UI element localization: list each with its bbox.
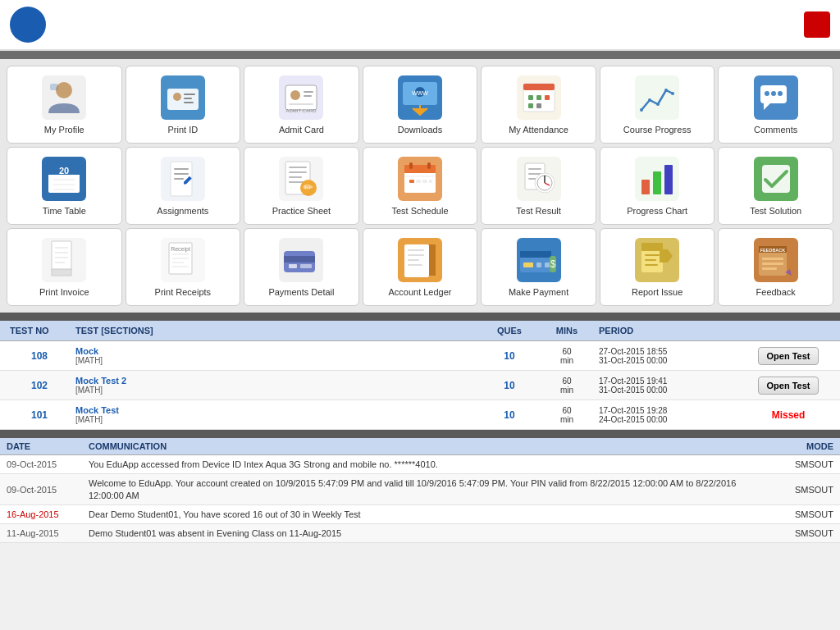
open-test-button[interactable]: Open Test [758, 347, 819, 365]
svg-point-5 [173, 93, 181, 101]
payments-detail-label: Payments Detail [268, 287, 334, 298]
col-action [743, 324, 833, 337]
report-issue-label: Report Issue [632, 287, 682, 298]
svg-rect-83 [664, 165, 673, 194]
icon-print-id[interactable]: Print ID [126, 66, 241, 144]
svg-point-1 [56, 82, 72, 98]
icon-my-attendance[interactable]: My Attendance [481, 66, 596, 144]
power-button[interactable] [804, 11, 830, 38]
svg-text:FEEDBACK: FEEDBACK [760, 248, 785, 253]
icon-test-solution[interactable]: Test Solution [718, 147, 833, 225]
svg-rect-14 [289, 103, 313, 105]
logo-icon [10, 7, 46, 43]
svg-rect-51 [174, 173, 189, 175]
icon-time-table[interactable]: 20Time Table [7, 147, 122, 225]
test-ques: 10 [481, 408, 538, 422]
svg-rect-25 [536, 95, 541, 100]
svg-rect-65 [427, 162, 431, 169]
icon-make-payment[interactable]: $Make Payment [481, 228, 596, 306]
test-name: Mock Test 2[MATH] [72, 374, 481, 396]
icon-practice-sheet[interactable]: ✏Practice Sheet [244, 147, 359, 225]
icon-comments[interactable]: Comments [718, 66, 833, 144]
svg-point-30 [640, 108, 643, 112]
svg-rect-109 [408, 259, 419, 261]
svg-rect-7 [184, 98, 192, 99]
svg-rect-24 [528, 95, 533, 100]
svg-rect-6 [184, 94, 195, 95]
notif-mode: SMSOUT [760, 509, 833, 519]
icon-my-profile[interactable]: My Profile [7, 66, 122, 144]
admit-card-label: Admit Card [279, 125, 324, 135]
svg-rect-87 [52, 241, 71, 271]
icon-downloads[interactable]: wwwDownloads [363, 66, 478, 144]
col-mode: MODE [760, 441, 833, 451]
account-ledger-label: Account Ledger [388, 287, 451, 298]
svg-rect-88 [52, 269, 71, 276]
svg-rect-123 [645, 259, 656, 261]
my-profile-label: My Profile [44, 125, 84, 135]
icon-print-receipts[interactable]: ReceiptPrint Receipts [126, 228, 241, 306]
icon-course-progress[interactable]: Course Progress [600, 66, 715, 144]
notif-date: 09-Oct-2015 [7, 459, 89, 469]
practice-sheet-label: Practice Sheet [272, 206, 331, 217]
svg-rect-124 [645, 264, 658, 266]
svg-rect-4 [167, 89, 199, 110]
svg-rect-10 [285, 85, 317, 110]
notifications-column-headers: DATE COMMUNICATION MODE [0, 438, 840, 455]
svg-rect-57 [289, 176, 302, 178]
svg-text:ADMIT CARD: ADMIT CARD [286, 108, 317, 113]
test-result-label: Test Result [516, 206, 560, 217]
test-action: Missed [743, 408, 833, 422]
notif-date: 11-Aug-2015 [7, 528, 89, 538]
icon-account-ledger[interactable]: Account Ledger [363, 228, 478, 306]
svg-rect-12 [304, 91, 313, 93]
downloads-icon: www [398, 75, 442, 120]
svg-rect-104 [300, 264, 312, 268]
svg-point-31 [648, 98, 651, 102]
report-issue-icon [635, 238, 679, 282]
notifications-header [0, 430, 840, 438]
svg-point-11 [290, 90, 300, 100]
test-period: 27-Oct-2015 18:5531-Oct-2015 00:00 [596, 345, 743, 367]
icon-test-schedule-icon[interactable]: Test Schedule [363, 147, 478, 225]
print-invoice-icon [42, 238, 86, 282]
svg-point-38 [765, 91, 769, 96]
col-communication: COMMUNICATION [89, 441, 760, 451]
test-schedule-column-headers: TEST NO TEST [SECTIONS] QUEs MINs PERIOD [0, 321, 840, 341]
icon-feedback[interactable]: FEEDBACKFeedback [718, 228, 833, 306]
test-mins: 60min [538, 375, 596, 396]
list-item: 11-Aug-2015Demo Student01 was absent in … [0, 524, 840, 543]
icon-assignments[interactable]: Assignments [126, 147, 241, 225]
svg-rect-56 [289, 171, 307, 173]
svg-rect-115 [536, 262, 541, 267]
icon-report-issue[interactable]: Report Issue [600, 228, 715, 306]
icon-admit-card[interactable]: ADMIT CARDAdmit Card [244, 66, 359, 144]
icon-print-invoice[interactable]: Print Invoice [7, 228, 122, 306]
notif-rows-container: 09-Oct-2015You EduApp accessed from Devi… [0, 455, 840, 543]
progress-chart-label: Progress Chart [627, 206, 687, 217]
my-profile-icon [42, 75, 86, 120]
feedback-icon: FEEDBACK [754, 238, 798, 282]
account-ledger-icon [398, 238, 442, 282]
svg-rect-29 [635, 75, 679, 120]
notif-message: Demo Student01 was absent in Evening Cla… [89, 527, 760, 539]
svg-text:20: 20 [59, 166, 69, 176]
test-no: 108 [7, 349, 72, 363]
svg-rect-55 [289, 167, 307, 168]
comments-label: Comments [754, 125, 797, 135]
svg-rect-27 [528, 103, 533, 108]
svg-rect-132 [762, 267, 777, 270]
col-ques: QUEs [481, 324, 538, 337]
test-solution-label: Test Solution [750, 206, 801, 217]
col-period: PERIOD [596, 324, 743, 337]
notif-mode: SMSOUT [760, 485, 833, 495]
test-no: 101 [7, 408, 72, 422]
svg-rect-81 [641, 180, 650, 194]
icon-progress-chart[interactable]: Progress Chart [600, 147, 715, 225]
notif-mode: SMSOUT [760, 528, 833, 538]
test-action: Open Test [743, 375, 833, 396]
icon-test-result[interactable]: Test Result [481, 147, 596, 225]
icon-payments-detail[interactable]: Payments Detail [244, 228, 359, 306]
open-test-button[interactable]: Open Test [758, 377, 819, 395]
make-payment-label: Make Payment [509, 287, 568, 298]
